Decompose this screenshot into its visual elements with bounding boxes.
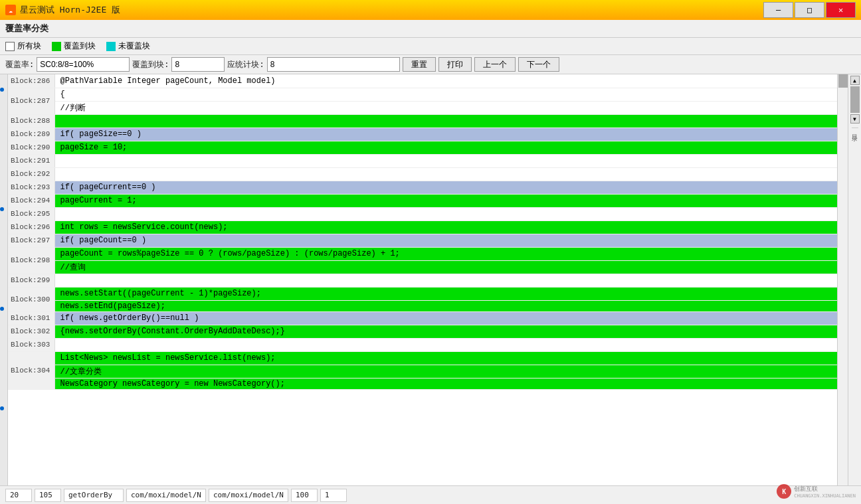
reset-button[interactable]: 重置 [403, 57, 436, 72]
maximize-button[interactable]: □ [795, 2, 824, 18]
code-content-cell: if( news.getOrderBy()==null ) [54, 311, 837, 325]
covered-value-input[interactable] [171, 57, 225, 72]
block-number: Block:300 [8, 287, 54, 311]
covered-blocks-filter[interactable]: 覆盖到块 [52, 41, 96, 52]
block-number: Block:293 [8, 181, 54, 194]
block-number: Block:302 [8, 325, 54, 338]
vertical-scrollbar[interactable] [837, 74, 848, 485]
code-content-cell [54, 207, 837, 220]
table-row: Block:290 pageSize = 10; [8, 141, 837, 154]
bottom-col-3: getOrderBy [64, 489, 124, 502]
code-content-cell [54, 338, 837, 351]
block-number: Block:290 [8, 141, 54, 154]
table-row: Block:300 news.setStart((pageCurrent - 1… [8, 287, 837, 300]
uncovered-color-indicator [106, 42, 116, 51]
table-row: NewsCategory newsCategory = new NewsCate… [8, 378, 837, 389]
covered-color-indicator [52, 42, 61, 51]
table-row: Block:295 [8, 207, 837, 220]
title-bar-left: ☁ 星云测试 Horn-J2EE 版 [5, 4, 120, 16]
stats-label: 应统计块: [227, 59, 264, 70]
section-title: 覆盖率分类 [5, 23, 48, 35]
table-row: Block:303 [8, 338, 837, 351]
block-number: Block:294 [8, 194, 54, 207]
watermark-text-block: 创新互联 CHUANGXIN.XINHUALIANEN [794, 485, 856, 499]
prev-button[interactable]: 上一个 [474, 57, 516, 72]
block-number: Block:292 [8, 167, 54, 181]
window-controls[interactable]: — □ ✕ [763, 2, 856, 18]
code-content-cell: news.setEnd(pageSize); [54, 300, 837, 311]
code-content-cell [54, 167, 837, 181]
scrollbar-thumb[interactable] [838, 74, 848, 88]
bottom-col-7: 1 [320, 489, 347, 502]
table-row: Block:301if( news.getOrderBy()==null ) [8, 311, 837, 325]
table-row: Block:299 [8, 274, 837, 287]
print-button[interactable]: 打印 [438, 57, 472, 72]
block-number: Block:291 [8, 154, 54, 167]
code-content-cell: int rows = newsService.count(news); [54, 220, 837, 234]
title-bar: ☁ 星云测试 Horn-J2EE 版 — □ ✕ [0, 0, 861, 20]
all-blocks-filter[interactable]: 所有块 [5, 41, 41, 52]
watermark-line1: 创新互联 [794, 485, 856, 493]
watermark: K 创新互联 CHUANGXIN.XINHUALIANEN [777, 484, 856, 499]
bottom-col-1: 20 [5, 489, 32, 502]
covered-blocks-label: 覆盖到块 [64, 41, 96, 52]
stats-value-input[interactable] [267, 57, 400, 72]
right-panel-thumb[interactable] [850, 86, 860, 113]
uncovered-blocks-filter[interactable]: 未覆盖块 [106, 41, 150, 52]
app-title: 星云测试 Horn-J2EE 版 [20, 4, 120, 16]
all-blocks-label: 所有块 [17, 41, 41, 52]
table-row: Block:288 [8, 114, 837, 127]
code-display-area[interactable]: Block:286@PathVariable Integer pageCount… [8, 74, 837, 485]
table-row: Block:302 {news.setOrderBy(Constant.Orde… [8, 325, 837, 338]
table-row: //文章分类 [8, 365, 837, 378]
table-row: Block:292 [8, 167, 837, 181]
watermark-icon: K [777, 484, 791, 499]
covered-label: 覆盖到块: [132, 59, 169, 70]
table-row: Block:287{ [8, 88, 837, 101]
table-row: Block:286@PathVariable Integer pageCount… [8, 74, 837, 88]
bottom-bar: 20 105 getOrderBy com/moxi/model/N com/m… [0, 485, 861, 504]
code-content-cell: news.setStart((pageCurrent - 1)*pageSize… [54, 287, 837, 300]
code-content-cell [54, 154, 837, 167]
top-bar: 覆盖率分类 [0, 20, 861, 38]
next-button[interactable]: 下一个 [518, 57, 559, 72]
watermark-line2: CHUANGXIN.XINHUALIANEN [794, 493, 856, 499]
table-row: //判断 [8, 101, 837, 114]
app-icon: ☁ [5, 5, 16, 15]
bottom-col-4: com/moxi/model/N [126, 489, 206, 502]
minimize-button[interactable]: — [763, 2, 793, 18]
block-number: Block:288 [8, 114, 54, 127]
right-panel-btn-1[interactable]: ▲ [850, 76, 860, 85]
code-table: Block:286@PathVariable Integer pageCount… [8, 74, 837, 390]
block-number: Block:303 [8, 338, 54, 351]
bottom-col-5: com/moxi/model/N [209, 489, 288, 502]
code-content-cell: //查询 [54, 260, 837, 274]
code-content-cell: pageCurrent = 1; [54, 194, 837, 207]
code-content-cell: { [54, 88, 837, 101]
code-content-cell [54, 274, 837, 287]
code-content-cell: //文章分类 [54, 365, 837, 378]
main-container: 覆盖率分类 所有块 覆盖到块 未覆盖块 覆盖率: 覆盖到块: 应统计块: 重置 … [0, 20, 861, 504]
table-row: Block:304List<News> newsList = newsServi… [8, 351, 837, 365]
table-row: Block:294 pageCurrent = 1; [8, 194, 837, 207]
code-content-cell: List<News> newsList = newsService.list(n… [54, 351, 837, 365]
close-button[interactable]: ✕ [826, 2, 856, 18]
content-area: Block:286@PathVariable Integer pageCount… [0, 74, 861, 485]
table-row: Block:291 [8, 154, 837, 167]
code-content-cell: @PathVariable Integer pageCount, Model m… [54, 74, 837, 88]
left-accent-bar [0, 74, 8, 485]
code-content-cell: NewsCategory newsCategory = new NewsCate… [54, 378, 837, 389]
block-number: Block:287 [8, 88, 54, 114]
block-number: Block:297 [8, 234, 54, 247]
block-number: Block:286 [8, 74, 54, 88]
code-content-cell [54, 114, 837, 127]
block-number: Block:301 [8, 311, 54, 325]
block-number: Block:295 [8, 207, 54, 220]
code-content-cell: //判断 [54, 101, 837, 114]
block-number: Block:296 [8, 220, 54, 234]
all-blocks-checkbox[interactable] [5, 42, 15, 51]
coverage-value-input[interactable] [37, 57, 130, 72]
right-panel-btn-2[interactable]: ▼ [850, 114, 860, 124]
code-content-cell: {news.setOrderBy(Constant.OrderByAddDate… [54, 325, 837, 338]
code-content-cell: if( pageCurrent==0 ) [54, 181, 837, 194]
